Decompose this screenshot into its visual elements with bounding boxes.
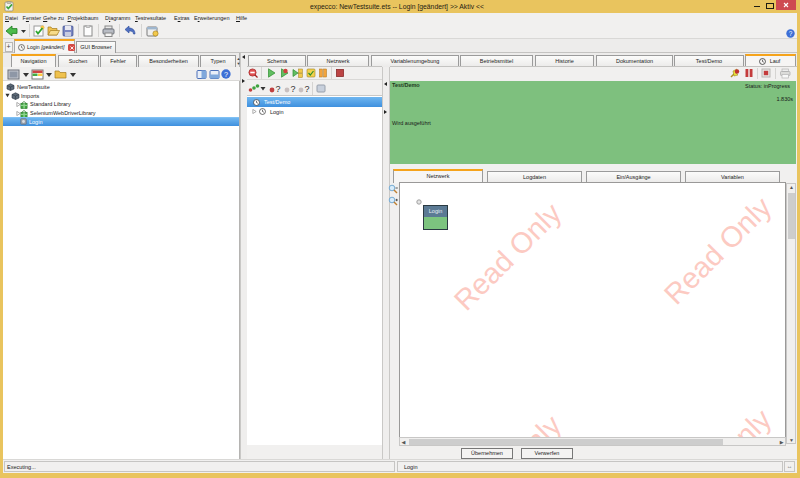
svg-text:?: ? bbox=[224, 70, 228, 79]
svg-text:?: ? bbox=[276, 84, 281, 94]
svg-text:?: ? bbox=[789, 30, 793, 37]
svg-text:?: ? bbox=[305, 84, 310, 94]
svg-text:?: ? bbox=[291, 84, 296, 94]
